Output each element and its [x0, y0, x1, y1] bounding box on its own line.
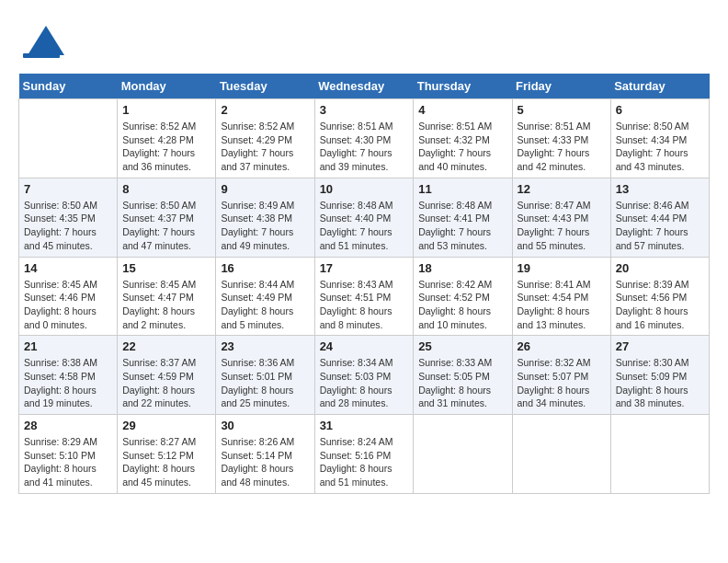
calendar-table: SundayMondayTuesdayWednesdayThursdayFrid…	[18, 74, 710, 494]
svg-marker-0	[28, 26, 64, 55]
day-number: 25	[418, 339, 506, 353]
calendar-cell: 28Sunrise: 8:29 AM Sunset: 5:10 PM Dayli…	[19, 415, 118, 494]
day-number: 12	[518, 182, 606, 196]
calendar-cell: 19Sunrise: 8:41 AM Sunset: 4:54 PM Dayli…	[512, 257, 610, 336]
day-info: Sunrise: 8:41 AM Sunset: 4:54 PM Dayligh…	[518, 278, 606, 332]
calendar-day-header: Thursday	[414, 74, 512, 99]
day-number: 18	[418, 261, 506, 275]
day-number: 19	[518, 261, 606, 275]
calendar-cell: 12Sunrise: 8:47 AM Sunset: 4:43 PM Dayli…	[512, 178, 610, 257]
day-info: Sunrise: 8:49 AM Sunset: 4:38 PM Dayligh…	[221, 199, 309, 253]
day-number: 20	[616, 261, 704, 275]
calendar-cell: 23Sunrise: 8:36 AM Sunset: 5:01 PM Dayli…	[216, 336, 314, 415]
calendar-cell: 30Sunrise: 8:26 AM Sunset: 5:14 PM Dayli…	[216, 415, 314, 494]
day-info: Sunrise: 8:52 AM Sunset: 4:29 PM Dayligh…	[221, 120, 309, 174]
day-info: Sunrise: 8:26 AM Sunset: 5:14 PM Dayligh…	[221, 435, 309, 489]
day-info: Sunrise: 8:51 AM Sunset: 4:33 PM Dayligh…	[518, 120, 606, 174]
calendar-cell: 15Sunrise: 8:45 AM Sunset: 4:47 PM Dayli…	[118, 257, 216, 336]
calendar-cell	[610, 415, 709, 494]
day-number: 16	[221, 261, 309, 275]
day-info: Sunrise: 8:51 AM Sunset: 4:30 PM Dayligh…	[320, 120, 409, 174]
calendar-day-header: Sunday	[19, 74, 118, 99]
day-info: Sunrise: 8:29 AM Sunset: 5:10 PM Dayligh…	[24, 435, 112, 489]
calendar-week-row: 1Sunrise: 8:52 AM Sunset: 4:28 PM Daylig…	[19, 99, 710, 178]
day-number: 6	[616, 103, 704, 117]
day-number: 14	[24, 261, 112, 275]
calendar-cell: 11Sunrise: 8:48 AM Sunset: 4:41 PM Dayli…	[414, 178, 512, 257]
calendar-cell: 22Sunrise: 8:37 AM Sunset: 4:59 PM Dayli…	[118, 336, 216, 415]
calendar-cell: 17Sunrise: 8:43 AM Sunset: 4:51 PM Dayli…	[314, 257, 414, 336]
calendar-cell: 7Sunrise: 8:50 AM Sunset: 4:35 PM Daylig…	[19, 178, 118, 257]
day-number: 24	[320, 339, 409, 353]
day-info: Sunrise: 8:36 AM Sunset: 5:01 PM Dayligh…	[221, 356, 309, 410]
day-number: 31	[320, 419, 409, 432]
calendar-cell: 4Sunrise: 8:51 AM Sunset: 4:32 PM Daylig…	[414, 99, 512, 178]
calendar-cell: 5Sunrise: 8:51 AM Sunset: 4:33 PM Daylig…	[512, 99, 610, 178]
day-info: Sunrise: 8:24 AM Sunset: 5:16 PM Dayligh…	[320, 435, 409, 489]
day-number: 10	[320, 182, 409, 196]
calendar-day-header: Tuesday	[216, 74, 314, 99]
day-number: 23	[221, 339, 309, 353]
calendar-cell: 18Sunrise: 8:42 AM Sunset: 4:52 PM Dayli…	[414, 257, 512, 336]
day-info: Sunrise: 8:42 AM Sunset: 4:52 PM Dayligh…	[418, 278, 506, 332]
day-info: Sunrise: 8:50 AM Sunset: 4:35 PM Dayligh…	[24, 199, 112, 253]
calendar-cell: 25Sunrise: 8:33 AM Sunset: 5:05 PM Dayli…	[414, 336, 512, 415]
calendar-cell: 21Sunrise: 8:38 AM Sunset: 4:58 PM Dayli…	[19, 336, 118, 415]
calendar-cell: 20Sunrise: 8:39 AM Sunset: 4:56 PM Dayli…	[610, 257, 709, 336]
day-number: 26	[518, 339, 606, 353]
day-info: Sunrise: 8:27 AM Sunset: 5:12 PM Dayligh…	[122, 435, 210, 489]
calendar-day-header: Friday	[512, 74, 610, 99]
day-info: Sunrise: 8:50 AM Sunset: 4:37 PM Dayligh…	[122, 199, 210, 253]
calendar-cell: 14Sunrise: 8:45 AM Sunset: 4:46 PM Dayli…	[19, 257, 118, 336]
calendar-cell: 26Sunrise: 8:32 AM Sunset: 5:07 PM Dayli…	[512, 336, 610, 415]
day-info: Sunrise: 8:38 AM Sunset: 4:58 PM Dayligh…	[24, 356, 112, 410]
calendar-cell: 31Sunrise: 8:24 AM Sunset: 5:16 PM Dayli…	[314, 415, 414, 494]
calendar-cell: 9Sunrise: 8:49 AM Sunset: 4:38 PM Daylig…	[216, 178, 314, 257]
calendar-week-row: 28Sunrise: 8:29 AM Sunset: 5:10 PM Dayli…	[19, 415, 710, 494]
calendar-cell: 24Sunrise: 8:34 AM Sunset: 5:03 PM Dayli…	[314, 336, 414, 415]
day-info: Sunrise: 8:32 AM Sunset: 5:07 PM Dayligh…	[518, 356, 606, 410]
day-number: 1	[122, 103, 210, 117]
calendar-week-row: 14Sunrise: 8:45 AM Sunset: 4:46 PM Dayli…	[19, 257, 710, 336]
day-info: Sunrise: 8:33 AM Sunset: 5:05 PM Dayligh…	[418, 356, 506, 410]
day-number: 9	[221, 182, 309, 196]
day-number: 22	[122, 339, 210, 353]
svg-rect-1	[23, 53, 60, 58]
calendar-cell: 27Sunrise: 8:30 AM Sunset: 5:09 PM Dayli…	[610, 336, 709, 415]
day-number: 11	[418, 182, 506, 196]
calendar-week-row: 7Sunrise: 8:50 AM Sunset: 4:35 PM Daylig…	[19, 178, 710, 257]
day-info: Sunrise: 8:48 AM Sunset: 4:41 PM Dayligh…	[418, 199, 506, 253]
calendar-cell: 13Sunrise: 8:46 AM Sunset: 4:44 PM Dayli…	[610, 178, 709, 257]
day-info: Sunrise: 8:50 AM Sunset: 4:34 PM Dayligh…	[616, 120, 704, 174]
calendar-cell	[414, 415, 512, 494]
calendar-day-header: Saturday	[610, 74, 709, 99]
day-number: 4	[418, 103, 506, 117]
day-info: Sunrise: 8:34 AM Sunset: 5:03 PM Dayligh…	[320, 356, 409, 410]
calendar-cell: 8Sunrise: 8:50 AM Sunset: 4:37 PM Daylig…	[118, 178, 216, 257]
logo	[18, 18, 68, 64]
day-info: Sunrise: 8:45 AM Sunset: 4:47 PM Dayligh…	[122, 278, 210, 332]
day-number: 27	[616, 339, 704, 353]
day-info: Sunrise: 8:45 AM Sunset: 4:46 PM Dayligh…	[24, 278, 112, 332]
day-info: Sunrise: 8:30 AM Sunset: 5:09 PM Dayligh…	[616, 356, 704, 410]
day-number: 7	[24, 182, 112, 196]
day-number: 30	[221, 419, 309, 432]
day-number: 3	[320, 103, 409, 117]
calendar-cell: 6Sunrise: 8:50 AM Sunset: 4:34 PM Daylig…	[610, 99, 709, 178]
calendar-cell: 1Sunrise: 8:52 AM Sunset: 4:28 PM Daylig…	[118, 99, 216, 178]
day-number: 8	[122, 182, 210, 196]
calendar-cell: 16Sunrise: 8:44 AM Sunset: 4:49 PM Dayli…	[216, 257, 314, 336]
day-number: 5	[518, 103, 606, 117]
day-number: 21	[24, 339, 112, 353]
calendar-day-header: Wednesday	[314, 74, 414, 99]
logo-icon	[18, 18, 64, 64]
day-number: 28	[24, 419, 112, 432]
day-info: Sunrise: 8:46 AM Sunset: 4:44 PM Dayligh…	[616, 199, 704, 253]
page-header	[18, 18, 710, 64]
calendar-cell: 29Sunrise: 8:27 AM Sunset: 5:12 PM Dayli…	[118, 415, 216, 494]
day-number: 13	[616, 182, 704, 196]
calendar-header-row: SundayMondayTuesdayWednesdayThursdayFrid…	[19, 74, 710, 99]
calendar-cell	[512, 415, 610, 494]
day-info: Sunrise: 8:47 AM Sunset: 4:43 PM Dayligh…	[518, 199, 606, 253]
day-number: 15	[122, 261, 210, 275]
